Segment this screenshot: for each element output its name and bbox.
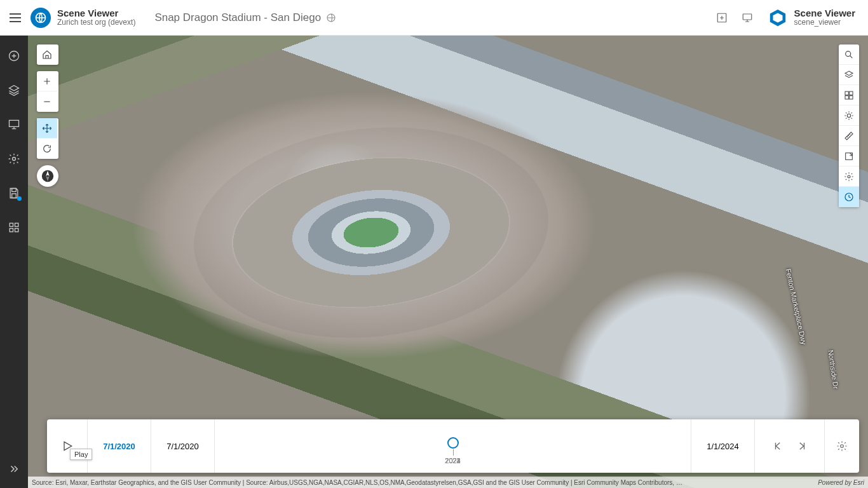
menu-button[interactable]: [0, 0, 31, 36]
user-avatar-icon: [768, 8, 788, 28]
presentation-icon: [742, 12, 753, 24]
scene-canvas[interactable]: Fenton Marketplace Dwy Northside Dr: [28, 36, 868, 488]
app-header: Scene Viewer Zurich test org (devext) Sn…: [0, 0, 868, 36]
scene-title-text: Snap Dragon Stadium - San Diego: [154, 11, 321, 24]
app-title: Scene Viewer: [57, 8, 135, 18]
road-label-fenton: Fenton Marketplace Dwy: [785, 268, 808, 346]
map-tools-right: [839, 44, 859, 207]
measure-button[interactable]: [839, 126, 859, 146]
search-icon: [844, 50, 854, 60]
svg-point-8: [13, 158, 16, 161]
svg-rect-12: [15, 223, 18, 226]
compass-button[interactable]: [37, 165, 58, 187]
rail-settings[interactable]: [0, 149, 28, 169]
layers-button[interactable]: [839, 65, 859, 85]
basemap-button[interactable]: [839, 85, 859, 105]
svg-rect-24: [846, 152, 853, 159]
sun-icon: [844, 111, 854, 121]
share-button[interactable]: [839, 146, 859, 166]
pan-button[interactable]: [37, 118, 57, 139]
svg-rect-13: [10, 229, 13, 232]
compass-icon: [41, 169, 55, 183]
rotate-button[interactable]: [37, 139, 57, 159]
time-slider: Play 7/1/2020 7/1/2020 2021202220232024 …: [47, 419, 859, 473]
scene-settings-button[interactable]: [839, 166, 859, 187]
current-date[interactable]: 7/1/2020: [103, 442, 135, 451]
time-settings-button[interactable]: [833, 437, 851, 455]
end-date: 1/1/2024: [707, 442, 739, 451]
rail-add[interactable]: [0, 46, 28, 66]
svg-point-18: [846, 51, 851, 56]
step-back-button[interactable]: [770, 437, 787, 455]
svg-rect-19: [845, 92, 848, 95]
step-forward-icon: [796, 440, 807, 452]
stadium-graphic: [224, 144, 518, 322]
time-button[interactable]: [839, 187, 859, 207]
app-title-block: Scene Viewer Zurich test org (devext): [57, 8, 135, 27]
zoom-in-button[interactable]: [37, 71, 57, 92]
gear-icon: [836, 440, 848, 452]
layers-icon: [8, 84, 20, 97]
unsaved-indicator-icon: [17, 196, 22, 201]
svg-rect-9: [12, 189, 17, 192]
plus-circle-icon: [8, 50, 20, 62]
powered-by: Powered by Esri: [818, 479, 864, 486]
step-forward-button[interactable]: [792, 437, 810, 455]
rail-present[interactable]: [0, 114, 28, 135]
left-rail: [0, 36, 28, 488]
rail-save[interactable]: [0, 183, 28, 203]
share-icon: [844, 151, 854, 161]
year-label: 2024: [445, 457, 460, 464]
ruler-icon: [844, 131, 854, 141]
home-button[interactable]: [37, 44, 57, 65]
svg-rect-3: [743, 14, 752, 20]
attribution-text: Source: Esri, Maxar, Earthstar Geographi…: [32, 479, 682, 486]
rail-expand[interactable]: [0, 459, 28, 479]
present-button[interactable]: [735, 5, 760, 30]
globe-icon: [326, 13, 336, 23]
user-subtitle: scene_viewer: [794, 18, 855, 27]
gear-icon: [8, 152, 20, 165]
start-date: 7/1/2020: [166, 442, 199, 451]
daylight-button[interactable]: [839, 105, 859, 126]
svg-rect-10: [12, 194, 17, 198]
grid-icon: [8, 222, 20, 233]
time-handle[interactable]: [447, 437, 459, 449]
plus-box-icon: [716, 12, 728, 24]
svg-rect-11: [10, 223, 13, 226]
screen-icon: [8, 118, 20, 131]
map-tools-left: [37, 44, 58, 187]
svg-point-25: [848, 175, 850, 178]
scene-title[interactable]: Snap Dragon Stadium - San Diego: [154, 11, 336, 24]
hamburger-icon: [10, 13, 21, 22]
layers-icon: [844, 70, 854, 80]
svg-rect-22: [850, 95, 853, 98]
attribution-bar: Source: Esri, Maxar, Earthstar Geographi…: [28, 477, 868, 488]
user-menu[interactable]: Scene Viewer scene_viewer: [760, 8, 863, 28]
app-logo-icon: [31, 8, 51, 28]
rail-apps[interactable]: [0, 217, 28, 238]
pan-icon: [42, 123, 52, 133]
svg-rect-20: [850, 92, 853, 95]
search-button[interactable]: [839, 44, 859, 65]
road-label-northside: Northside Dr: [827, 349, 839, 390]
rail-layers[interactable]: [0, 80, 28, 100]
chevrons-right-icon: [8, 463, 20, 475]
zoom-out-button[interactable]: [37, 92, 57, 112]
svg-rect-21: [845, 95, 848, 98]
time-track[interactable]: 2021202220232024: [215, 419, 691, 473]
home-icon: [42, 50, 52, 60]
add-panel-button[interactable]: [709, 5, 735, 30]
plus-icon: [43, 77, 51, 86]
basemap-icon: [844, 90, 854, 100]
step-back-icon: [773, 440, 784, 452]
clock-icon: [844, 192, 854, 202]
rotate-icon: [42, 144, 52, 154]
org-name: Zurich test org (devext): [57, 18, 135, 27]
svg-rect-7: [10, 120, 19, 126]
svg-point-28: [841, 445, 844, 448]
svg-rect-14: [15, 229, 18, 232]
svg-point-23: [847, 114, 850, 117]
user-title: Scene Viewer: [794, 8, 855, 18]
gear-icon: [844, 172, 854, 182]
